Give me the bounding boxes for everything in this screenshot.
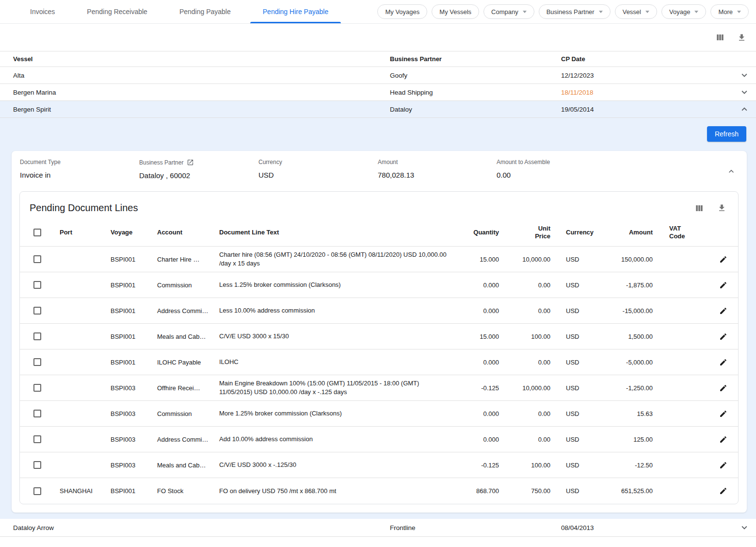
- port-cell: [50, 435, 103, 443]
- download-button[interactable]: [736, 32, 747, 43]
- lines-download-button[interactable]: [716, 202, 727, 214]
- vat-code-cell: [663, 255, 708, 263]
- filter-chip-business-partner[interactable]: Business Partner: [539, 4, 611, 19]
- edit-line-button[interactable]: [718, 306, 728, 316]
- open-in-new-icon[interactable]: [187, 159, 194, 166]
- download-icon: [717, 203, 726, 213]
- row-checkbox[interactable]: [33, 384, 41, 392]
- quantity-cell: 0.000: [461, 303, 504, 318]
- account-cell: Offhire Recei…: [152, 381, 214, 396]
- edit-icon: [719, 461, 727, 469]
- document-line-row: BSPI001 Address Commi… Less 10.00% addre…: [20, 298, 738, 324]
- currency-cell: USD: [556, 303, 598, 318]
- expanded-vessel-panel: Refresh Document Type Invoice in Busines…: [0, 118, 756, 519]
- field-label: Business Partner: [139, 159, 258, 166]
- filter-chip-my-vessels[interactable]: My Vessels: [432, 4, 479, 19]
- account-cell: Address Commi…: [152, 303, 214, 318]
- field-currency: Currency USD: [258, 159, 378, 180]
- column-settings-button[interactable]: [715, 32, 725, 43]
- document-line-text-cell: C/V/E USD 3000 x 15/30: [214, 328, 461, 345]
- column-header-cp-date: CP Date: [548, 55, 732, 63]
- collapse-row-button[interactable]: [738, 103, 751, 116]
- edit-line-button[interactable]: [718, 357, 728, 367]
- tab-pending-payable[interactable]: Pending Payable: [167, 0, 243, 23]
- row-checkbox[interactable]: [33, 307, 41, 315]
- unit-price-cell: 0.00: [504, 432, 556, 447]
- currency-cell: USD: [556, 406, 598, 421]
- vat-code-cell: [663, 410, 708, 417]
- document-line-row: BSPI001 Commission Less 1.25% broker com…: [20, 272, 738, 298]
- filter-chip-my-voyages[interactable]: My Voyages: [377, 4, 427, 19]
- edit-line-button[interactable]: [718, 486, 728, 496]
- tab-label: Pending Receivable: [87, 8, 147, 16]
- chip-label: More: [718, 8, 733, 16]
- tab-label: Pending Payable: [179, 8, 231, 16]
- tab-pending-hire-payable[interactable]: Pending Hire Payable: [250, 0, 341, 23]
- port-cell: [50, 255, 103, 263]
- edit-icon: [719, 487, 727, 495]
- row-checkbox[interactable]: [33, 358, 41, 366]
- unit-price-cell: 0.00: [504, 278, 556, 293]
- pending-document-card: Document Type Invoice in Business Partne…: [12, 151, 747, 513]
- filter-chip-voyage[interactable]: Voyage: [661, 4, 706, 19]
- collapse-document-button[interactable]: [721, 166, 742, 177]
- document-line-text-cell: ILOHC: [214, 354, 461, 370]
- vessel-row-dataloy-arrow[interactable]: Dataloy Arrow Frontline 08/04/2013: [0, 519, 756, 537]
- account-cell: Address Commi…: [152, 432, 214, 447]
- vessel-row-bergen-spirit[interactable]: Bergen Spirit Dataloy 19/05/2014: [0, 101, 756, 118]
- row-checkbox[interactable]: [33, 410, 41, 417]
- select-all-checkbox[interactable]: [33, 229, 41, 236]
- refresh-button[interactable]: Refresh: [707, 126, 746, 142]
- edit-line-button[interactable]: [718, 254, 728, 265]
- table-toolbar: [0, 24, 756, 51]
- chip-label: Company: [491, 8, 518, 16]
- row-checkbox[interactable]: [33, 461, 41, 469]
- edit-line-button[interactable]: [718, 460, 728, 470]
- business-partner-cell: Goofy: [377, 72, 548, 79]
- vessel-cell: Bergen Spirit: [0, 106, 377, 113]
- filter-chip-vessel[interactable]: Vessel: [615, 4, 657, 19]
- vessel-row-alta[interactable]: Alta Goofy 12/12/2023: [0, 67, 756, 84]
- edit-line-button[interactable]: [718, 409, 728, 419]
- vessel-row-bergen-marina[interactable]: Bergen Marina Head Shipping 18/11/2018: [0, 84, 756, 101]
- filter-chip-more[interactable]: More: [710, 4, 749, 19]
- expand-row-button[interactable]: [738, 521, 751, 534]
- tab-invoices[interactable]: Invoices: [17, 0, 67, 23]
- port-cell: [50, 461, 103, 469]
- columns-icon: [716, 33, 724, 42]
- edit-line-button[interactable]: [718, 332, 728, 342]
- voyage-cell: BSPI003: [103, 432, 152, 447]
- filter-chip-company[interactable]: Company: [483, 4, 534, 19]
- account-cell: Charter Hire …: [152, 252, 214, 267]
- expand-row-button[interactable]: [738, 86, 751, 99]
- amount-cell: -15,000.00: [598, 303, 663, 318]
- unit-price-cell: 0.00: [504, 355, 556, 370]
- document-line-row: BSPI001 Meals and Cab… C/V/E USD 3000 x …: [20, 324, 738, 349]
- row-checkbox[interactable]: [33, 332, 41, 340]
- edit-line-button[interactable]: [718, 434, 728, 445]
- expand-row-button[interactable]: [738, 69, 751, 82]
- row-checkbox[interactable]: [33, 281, 41, 289]
- document-line-text-cell: More 1.25% broker commission (Clarksons): [214, 405, 461, 422]
- port-cell: [50, 332, 103, 340]
- row-checkbox[interactable]: [33, 255, 41, 263]
- chevron-up-icon: [726, 166, 736, 176]
- account-cell: ILOHC Payable: [152, 355, 214, 370]
- amount-cell: 125.00: [598, 432, 663, 447]
- document-line-text-cell: Add 10.00% address commission: [214, 431, 461, 448]
- row-checkbox[interactable]: [33, 487, 41, 495]
- edit-line-button[interactable]: [718, 280, 728, 290]
- tab-pending-receivable[interactable]: Pending Receivable: [74, 0, 160, 23]
- pending-document-lines-card: Pending Document Lines Port Voyage Accou…: [19, 191, 739, 504]
- field-document-type: Document Type Invoice in: [20, 159, 139, 180]
- row-checkbox[interactable]: [33, 435, 41, 443]
- document-line-text-cell: Less 10.00% address commission: [214, 302, 461, 319]
- vessel-cell: Dataloy Arrow: [0, 524, 377, 531]
- vat-code-cell: [663, 435, 708, 443]
- column-header-voyage: Voyage: [103, 225, 152, 240]
- document-line-text-cell: Less 1.25% broker commission (Clarksons): [214, 277, 461, 293]
- lines-column-settings-button[interactable]: [694, 203, 705, 214]
- cp-date-cell: 08/04/2013: [548, 524, 732, 531]
- edit-line-button[interactable]: [718, 383, 728, 393]
- chevron-down-icon: [739, 87, 750, 98]
